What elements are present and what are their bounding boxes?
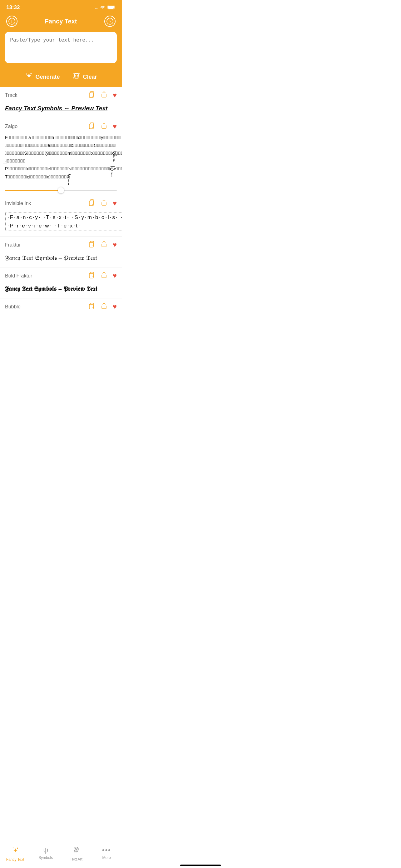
app-title: Fancy Text — [45, 18, 77, 25]
battery-icon — [107, 5, 115, 10]
style-header-invisible: Invisible Ink ♥ — [5, 199, 117, 208]
generate-icon: ✦ ✦ ✦ — [25, 72, 33, 82]
svg-rect-8 — [89, 93, 93, 97]
style-preview-fraktur: 𝔉𝔞𝔫𝔠𝔶 𝔗𝔢𝔵𝔱 𝔖𝔶𝔪𝔟𝔬𝔩𝔰 – 𝔓𝔯𝔢𝔳𝔦𝔢𝔴 𝔗𝔢𝔵𝔱 — [5, 252, 117, 264]
copy-icon-bubble[interactable] — [88, 302, 95, 312]
style-header-bubble: Bubble ♥ — [5, 302, 117, 312]
style-actions-zalgo: ♥ — [88, 122, 117, 131]
style-row-bubble: Bubble ♥ — [0, 299, 122, 318]
status-bar: 13:32 .... — [0, 0, 122, 13]
style-preview-zalgo: F̵͔̱̺̮̤͖̅͆ͭͦ̾͢a̴̡͕̲͈͚̩̟͗͋̃͂̑n̶̵̡͇̩̻̰͎͔̄ͩ… — [5, 134, 117, 187]
heart-icon-fraktur[interactable]: ♥ — [113, 241, 117, 249]
clear-button[interactable]: Clear — [72, 72, 97, 82]
share-icon-zalgo[interactable] — [100, 122, 108, 131]
style-row-track: Track ♥ Fancy Tex — [0, 87, 122, 118]
svg-rect-10 — [89, 201, 93, 206]
svg-rect-13 — [89, 304, 93, 309]
generate-label: Generate — [35, 74, 60, 80]
copy-icon-track[interactable] — [88, 91, 95, 100]
style-header-fraktur: Fraktur ♥ — [5, 240, 117, 250]
share-icon-bubble[interactable] — [100, 302, 108, 312]
heart-icon-invisible[interactable]: ♥ — [113, 199, 117, 208]
signal-icon: .... — [95, 6, 98, 9]
share-icon-fraktur[interactable] — [100, 240, 108, 250]
history-icon[interactable] — [104, 16, 115, 27]
style-row-fraktur: Fraktur ♥ 𝔉𝔞𝔫� — [0, 237, 122, 268]
heart-icon-bubble[interactable]: ♥ — [113, 303, 117, 311]
zalgo-slider[interactable] — [5, 190, 117, 191]
share-icon-track[interactable] — [100, 91, 108, 100]
copy-icon-bold-fraktur[interactable] — [88, 271, 95, 281]
slider-fill — [5, 190, 61, 191]
style-name-bubble: Bubble — [5, 304, 21, 310]
copy-icon-zalgo[interactable] — [88, 122, 95, 131]
style-row-bold-fraktur: Bold Fraktur ♥ 𝕱 — [0, 268, 122, 299]
svg-text:✦: ✦ — [30, 72, 32, 75]
heart-icon-track[interactable]: ♥ — [113, 91, 117, 99]
svg-rect-1 — [108, 6, 114, 9]
style-header-zalgo: Zalgo ♥ — [5, 122, 117, 131]
style-actions-fraktur: ♥ — [88, 240, 117, 250]
styles-list: Track ♥ Fancy Tex — [0, 87, 122, 346]
style-name-track: Track — [5, 92, 17, 98]
style-header-bold-fraktur: Bold Fraktur ♥ — [5, 271, 117, 281]
heart-icon-zalgo[interactable]: ♥ — [113, 122, 117, 131]
style-preview-track: Fancy Text Symbols ↔ Preview Text — [5, 102, 117, 114]
clear-icon — [72, 72, 80, 82]
svg-rect-11 — [89, 243, 93, 247]
style-preview-bold-fraktur: 𝕱𝖆𝖓𝖈𝖞 𝕿𝖊𝖝𝖙 𝕾𝖞𝖒𝖇𝖔𝖑𝖘 – 𝕻𝖗𝖊𝖛𝖎𝖊𝖜 𝕿𝖊𝖝𝖙 — [5, 283, 117, 294]
generate-button[interactable]: ✦ ✦ ✦ Generate — [25, 72, 60, 82]
heart-icon-bold-fraktur[interactable]: ♥ — [113, 272, 117, 280]
copy-icon-fraktur[interactable] — [88, 240, 95, 250]
style-actions-bubble: ♥ — [88, 302, 117, 312]
info-icon[interactable]: ! — [6, 16, 18, 27]
style-name-invisible: Invisible Ink — [5, 200, 31, 206]
wifi-icon — [100, 5, 106, 10]
share-icon-bold-fraktur[interactable] — [100, 271, 108, 281]
svg-rect-9 — [89, 124, 93, 129]
style-row-zalgo: Zalgo ♥ F̵͔̱̺̮̤͖̅ — [0, 118, 122, 195]
text-input[interactable] — [5, 32, 117, 63]
status-time: 13:32 — [6, 4, 20, 11]
svg-rect-12 — [89, 273, 93, 278]
action-buttons: ✦ ✦ ✦ Generate Clear — [0, 68, 122, 87]
style-actions-bold-fraktur: ♥ — [88, 271, 117, 281]
style-actions-track: ♥ — [88, 91, 117, 100]
status-icons: .... — [95, 5, 115, 10]
style-header-track: Track ♥ — [5, 91, 117, 100]
style-name-bold-fraktur: Bold Fraktur — [5, 273, 32, 279]
style-name-zalgo: Zalgo — [5, 124, 18, 129]
style-row-invisible: Invisible Ink ♥ — [0, 195, 122, 237]
app-header: ! Fancy Text — [0, 13, 122, 32]
copy-icon-invisible[interactable] — [88, 199, 95, 208]
slider-thumb[interactable] — [58, 187, 64, 193]
slider-track[interactable] — [5, 190, 117, 191]
style-name-fraktur: Fraktur — [5, 242, 21, 248]
share-icon-invisible[interactable] — [100, 199, 108, 208]
style-preview-invisible: ·F·a·n·c·y· ·T·e·x·t· ·S·y·m·b·o·l·s· ·-… — [5, 211, 117, 232]
svg-text:✦: ✦ — [26, 73, 28, 75]
input-area — [0, 32, 122, 68]
style-actions-invisible: ♥ — [88, 199, 117, 208]
clear-label: Clear — [83, 74, 97, 80]
svg-text:!: ! — [11, 19, 13, 24]
